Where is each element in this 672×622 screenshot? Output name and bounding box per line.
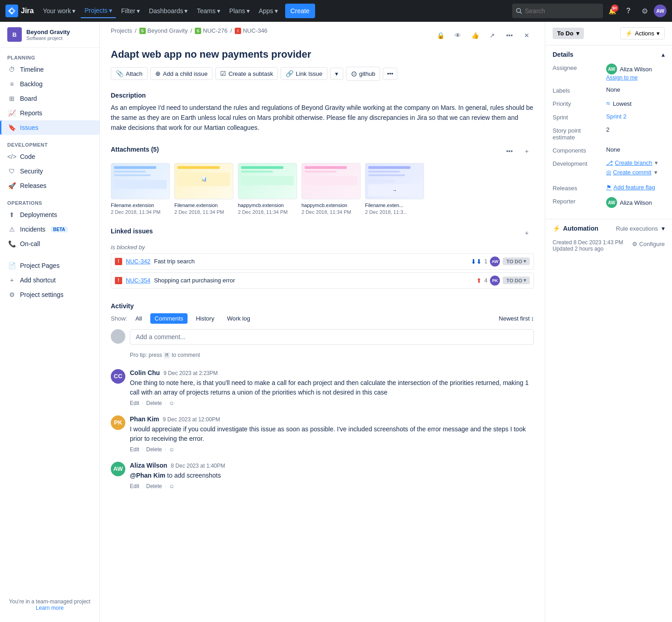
- comment-date: 9 Dec 2023 at 12:00PM: [163, 416, 220, 423]
- help-button[interactable]: ?: [621, 4, 636, 18]
- list-item[interactable]: happymcb.extension 2 Dec 2018, 11:34 PM: [301, 163, 361, 215]
- comment-edit-button[interactable]: Edit: [130, 446, 139, 453]
- comment-reaction[interactable]: ☺: [169, 446, 174, 453]
- sidebar-item-oncall[interactable]: 📞 On-call: [0, 237, 99, 251]
- breadcrumb-beyond-gravity[interactable]: Beyond Gravity: [148, 27, 188, 34]
- link-icon: 🔗: [286, 70, 293, 77]
- comment-delete-button[interactable]: Delete: [146, 446, 162, 453]
- nav-dashboards[interactable]: Dashboards▾: [145, 4, 192, 18]
- linked-issue-key[interactable]: NUC-342: [126, 258, 150, 265]
- watch-button[interactable]: 👁: [450, 28, 465, 43]
- priority-icon: ≈: [606, 99, 610, 108]
- attachment-name: happymcb.extension: [238, 202, 297, 208]
- comment-reaction[interactable]: ☺: [169, 400, 174, 406]
- breadcrumb-nuc346[interactable]: NUC-346: [243, 27, 267, 34]
- learn-more-link[interactable]: Learn more: [36, 605, 64, 611]
- breadcrumb-nuc276[interactable]: NUC-276: [203, 27, 227, 34]
- github-icon: ⊙: [351, 69, 357, 78]
- details-header[interactable]: Details ▴: [553, 51, 665, 58]
- link-issue-dropdown[interactable]: ▾: [330, 68, 343, 80]
- notifications-button[interactable]: 🔔 9+: [605, 4, 619, 18]
- branch-dropdown[interactable]: ▾: [655, 159, 658, 166]
- comment-delete-button[interactable]: Delete: [146, 400, 162, 406]
- development-section-label: DEVELOPMENT: [0, 135, 99, 149]
- linked-issue-key[interactable]: NUC-354: [126, 277, 150, 284]
- filter-comments[interactable]: Comments: [150, 313, 188, 324]
- filter-history[interactable]: History: [191, 313, 218, 324]
- comment-delete-button[interactable]: Delete: [146, 483, 162, 489]
- sidebar-item-timeline[interactable]: ⏱ Timeline: [0, 62, 99, 77]
- link-issue-button[interactable]: 🔗 Link Issue: [281, 67, 327, 80]
- sidebar-item-project-settings[interactable]: ⚙ Project settings: [0, 287, 99, 302]
- nav-your-work[interactable]: Your work▾: [39, 4, 79, 18]
- priority-value: Lowest: [613, 100, 632, 107]
- sidebar-item-releases[interactable]: 🚀 Releases: [0, 178, 99, 193]
- sidebar-item-incidents[interactable]: ⚠ Incidents BETA: [0, 222, 99, 237]
- status-button[interactable]: To Do ▾: [553, 28, 584, 39]
- search-box[interactable]: [512, 4, 603, 18]
- sidebar-item-board[interactable]: ⊞ Board: [0, 91, 99, 106]
- comment-date: 8 Dec 2023 at 1:40PM: [171, 463, 225, 469]
- beta-badge: BETA: [51, 227, 67, 232]
- breadcrumb-projects[interactable]: Projects: [111, 27, 132, 34]
- logo[interactable]: Jira: [5, 5, 34, 17]
- user-avatar[interactable]: AW: [654, 5, 667, 17]
- comment-edit-button[interactable]: Edit: [130, 400, 139, 406]
- create-subtask-button[interactable]: ☑ Create a subtask: [215, 67, 278, 80]
- comment-edit-button[interactable]: Edit: [130, 483, 139, 489]
- sidebar-item-project-pages[interactable]: 📄 Project Pages: [0, 258, 99, 273]
- lock-button[interactable]: 🔒: [433, 28, 448, 43]
- status-pill[interactable]: TO DO ▾: [503, 257, 530, 265]
- configure-button[interactable]: ⚙ Configure: [632, 241, 665, 247]
- github-button[interactable]: ⊙ github: [346, 67, 380, 81]
- create-button[interactable]: Create: [285, 4, 315, 18]
- add-feature-flag-link[interactable]: ⚑ Add feature flag: [606, 184, 665, 191]
- close-button[interactable]: ✕: [519, 28, 534, 43]
- sidebar-item-add-shortcut[interactable]: + Add shortcut: [0, 273, 99, 287]
- create-branch-link[interactable]: ⎇ Create branch: [606, 159, 652, 166]
- comment-reaction[interactable]: ☺: [169, 483, 174, 489]
- attach-button[interactable]: 📎 Attach: [111, 67, 148, 80]
- create-commit-link[interactable]: ◎ Create commit: [606, 169, 652, 176]
- add-linked-issue-button[interactable]: +: [519, 226, 534, 240]
- nav-apps[interactable]: Apps▾: [255, 4, 282, 18]
- filter-worklog[interactable]: Work log: [222, 313, 255, 324]
- filter-all[interactable]: All: [131, 313, 146, 324]
- details-section: Details ▴ Assignee AW Aliza Wilson Assig…: [545, 45, 672, 219]
- nav-plans[interactable]: Plans▾: [226, 4, 253, 18]
- status-pill[interactable]: TO DO ▾: [503, 276, 530, 284]
- share-button[interactable]: ↗: [485, 28, 499, 43]
- attachment-thumb: [301, 163, 361, 199]
- more-toolbar-button[interactable]: •••: [383, 68, 397, 80]
- search-input[interactable]: [525, 7, 598, 15]
- nav-filter[interactable]: Filter▾: [118, 4, 143, 18]
- attachments-add-button[interactable]: +: [519, 144, 534, 158]
- list-item[interactable]: → Filename.exten... 2 Dec 2018, 11:3...: [365, 163, 424, 215]
- sidebar-item-reports[interactable]: 📈 Reports: [0, 106, 99, 120]
- attachments-more-button[interactable]: •••: [502, 144, 517, 158]
- configure-row: Created 8 Dec 2023 1:43 PM Updated 2 hou…: [553, 236, 665, 252]
- sprint-value[interactable]: Sprint 2: [606, 113, 665, 120]
- automation-header[interactable]: ⚡ Automation Rule executions ▾: [553, 225, 665, 232]
- nav-projects[interactable]: Projects▾: [81, 4, 116, 18]
- settings-button[interactable]: ⚙: [637, 4, 652, 18]
- sidebar-item-backlog[interactable]: ≡ Backlog: [0, 77, 99, 91]
- commit-dropdown[interactable]: ▾: [654, 169, 657, 176]
- like-button[interactable]: 👍: [468, 28, 482, 43]
- sidebar-item-issues[interactable]: 🔖 Issues: [0, 120, 99, 135]
- add-child-issue-button[interactable]: ⊕ Add a child issue: [150, 67, 212, 80]
- more-button[interactable]: •••: [502, 28, 517, 43]
- list-item[interactable]: Filename.extension 2 Dec 2018, 11:34 PM: [111, 163, 170, 215]
- nav-teams[interactable]: Teams▾: [193, 4, 223, 18]
- attachment-date: 2 Dec 2018, 11:3...: [365, 209, 424, 215]
- newest-first-button[interactable]: Newest first ↕: [499, 315, 534, 322]
- list-item[interactable]: 📊 Filename.extension 2 Dec 2018, 11:34 P…: [174, 163, 233, 215]
- comment-input[interactable]: Add a comment...: [130, 329, 534, 345]
- assign-me-link[interactable]: Assign to me: [606, 74, 665, 81]
- labels-value: None: [606, 86, 665, 93]
- actions-button[interactable]: ⚡ Actions ▾: [620, 27, 665, 39]
- sidebar-item-code[interactable]: </> Code: [0, 149, 99, 164]
- sidebar-item-security[interactable]: 🛡 Security: [0, 164, 99, 178]
- list-item[interactable]: happymcb.extension 2 Dec 2018, 11:34 PM: [238, 163, 297, 215]
- sidebar-item-deployments[interactable]: ⬆ Deployments: [0, 207, 99, 222]
